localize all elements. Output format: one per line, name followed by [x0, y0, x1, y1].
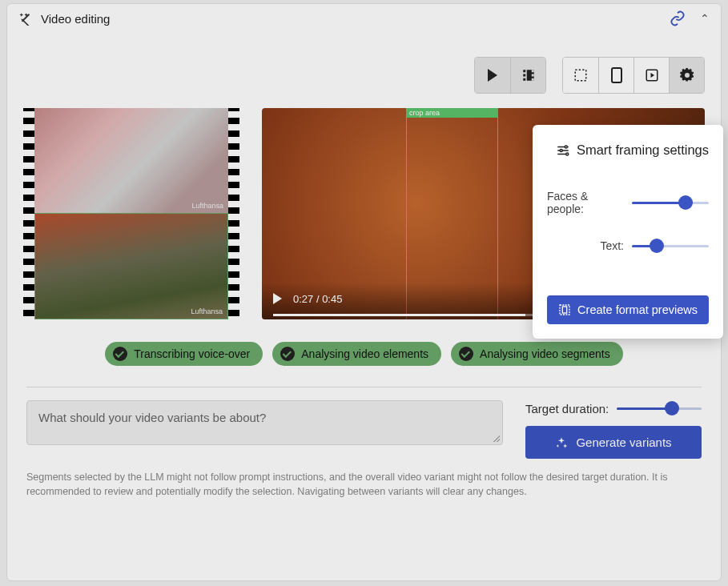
popover-title-row: Smart framing settings	[547, 142, 709, 158]
svg-rect-2	[523, 78, 525, 81]
tune-icon	[556, 143, 570, 158]
svg-rect-5	[531, 74, 533, 77]
svg-rect-14	[562, 307, 566, 313]
thumb-brand: Lufthansa	[191, 202, 223, 210]
crop-icon	[558, 303, 571, 316]
collapse-chevron-icon[interactable]: ⌃	[700, 12, 710, 25]
target-duration-slider[interactable]	[617, 400, 702, 416]
smart-framing-popover: Smart framing settings Faces & people: T…	[533, 125, 723, 339]
square-play-icon	[645, 68, 659, 82]
target-duration-label: Target duration:	[525, 402, 609, 415]
panel-title: Video editing	[41, 12, 662, 26]
disclaimer-text: Segments selected by the LLM might not f…	[7, 459, 721, 499]
select-area-button[interactable]	[563, 58, 598, 93]
sparkle-icon	[555, 436, 568, 449]
playback-group	[474, 57, 546, 94]
generate-variants-button[interactable]: Generate variants	[525, 426, 702, 459]
check-icon	[459, 347, 473, 361]
video-play-icon[interactable]	[273, 293, 282, 304]
svg-rect-1	[523, 74, 525, 77]
video-timecode: 0:27 / 0:45	[293, 293, 342, 305]
settings-button[interactable]	[669, 58, 704, 93]
check-icon	[113, 347, 127, 361]
svg-point-11	[560, 149, 562, 151]
square-preview-button[interactable]	[633, 58, 669, 93]
popover-slider-row: Text:	[547, 238, 709, 254]
popover-slider-row: Faces & people:	[547, 190, 709, 215]
svg-rect-8	[612, 68, 621, 82]
generate-section: What should your video variants be about…	[7, 400, 721, 459]
filmstrip-button[interactable]	[510, 58, 545, 93]
header-actions: ⌃	[670, 10, 710, 26]
play-icon	[488, 69, 497, 82]
svg-point-10	[565, 146, 567, 148]
create-format-previews-button[interactable]: Create format previews	[547, 295, 709, 324]
svg-point-12	[566, 153, 569, 155]
wand-icon	[18, 11, 33, 26]
panel-header: Video editing ⌃	[7, 4, 721, 33]
filmstrip-thumb[interactable]: Lufthansa	[34, 213, 228, 319]
thumb-brand: Lufthansa	[191, 307, 223, 315]
status-chip: Transcribing voice-over	[105, 342, 263, 366]
link-icon[interactable]	[670, 10, 686, 26]
mobile-preview-button[interactable]	[598, 58, 633, 93]
svg-rect-4	[531, 70, 533, 72]
slider-label: Faces & people:	[547, 190, 624, 215]
chip-label: Analysing video segments	[480, 347, 610, 360]
target-duration-row: Target duration:	[525, 400, 702, 416]
prompt-textarea[interactable]: What should your video variants be about…	[26, 400, 503, 445]
slider-label: Text:	[600, 239, 624, 252]
select-icon	[573, 68, 588, 82]
text-slider[interactable]	[632, 238, 709, 254]
svg-rect-0	[523, 70, 525, 72]
chip-label: Analysing video elements	[301, 347, 428, 360]
play-button[interactable]	[475, 58, 510, 93]
format-group	[562, 57, 705, 94]
mobile-icon	[611, 67, 622, 83]
crop-label: crop area	[407, 108, 497, 118]
chip-label: Transcribing voice-over	[134, 347, 250, 360]
film-icon	[521, 68, 536, 82]
popover-title: Smart framing settings	[577, 142, 709, 158]
filmstrip-thumb[interactable]: Lufthansa	[34, 108, 228, 213]
svg-rect-7	[575, 70, 586, 81]
generate-controls: Target duration: Generate variants	[525, 400, 702, 459]
toolbar	[7, 33, 721, 108]
popover-button-label: Create format previews	[577, 303, 698, 316]
generate-button-label: Generate variants	[576, 435, 671, 449]
status-chip: Analysing video segments	[451, 342, 623, 366]
gear-icon	[680, 68, 694, 82]
divider	[26, 387, 702, 387]
filmstrip[interactable]: Lufthansa Lufthansa	[23, 108, 239, 319]
status-chip: Analysing video elements	[272, 342, 441, 366]
faces-people-slider[interactable]	[632, 195, 709, 211]
check-icon	[280, 347, 295, 361]
svg-rect-6	[531, 78, 533, 81]
